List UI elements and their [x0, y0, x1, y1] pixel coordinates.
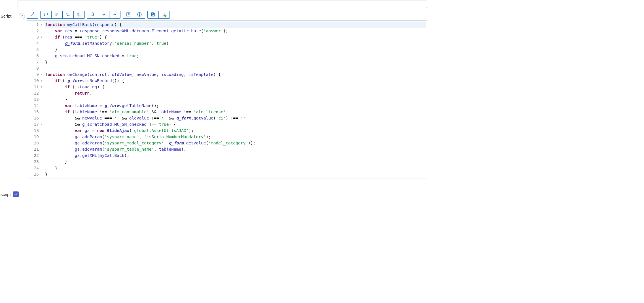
scroll-up-button[interactable] — [109, 11, 120, 19]
code-line: ga.addParam('sysparm_table_name', tableN… — [45, 146, 426, 152]
code-line: if (isLoading) { — [45, 84, 426, 90]
gutter-line: 7 — [30, 59, 42, 65]
code-line: } — [45, 171, 426, 177]
top-input-field[interactable] — [18, 1, 427, 8]
save-icon — [151, 12, 156, 18]
gutter-line: 24 — [30, 165, 42, 171]
toolbar-wrap: abac abac — [25, 10, 429, 178]
code-line: } — [45, 59, 426, 65]
gutter-line: 11▼ — [30, 84, 42, 90]
svg-text:ac: ac — [68, 15, 70, 16]
gutter-line: 18 — [30, 127, 42, 134]
gutter-line: 19 — [30, 134, 42, 140]
wand-icon — [30, 12, 35, 18]
code-editor[interactable]: 1▼2 3▼4 5 6 7 8 9▼10▼11▼12 13 14 15 16 1… — [27, 20, 427, 178]
footer-script-checkbox[interactable] — [13, 191, 19, 197]
toolbar-group-2 — [87, 11, 120, 19]
replace-all-button[interactable]: abac — [73, 11, 85, 19]
code-line: ga.getXML(myCallBack); — [45, 152, 426, 159]
gutter-line: 10▼ — [30, 78, 42, 84]
chevron-down-icon — [101, 12, 106, 18]
replace-button[interactable]: abac — [62, 11, 74, 19]
code-line: function onChange(control, oldValue, new… — [45, 71, 426, 78]
code-line: ga.addParam('sysparm_model_category', g_… — [45, 140, 426, 146]
gutter-line: 25 — [30, 171, 42, 177]
scroll-down-button[interactable] — [98, 11, 109, 19]
script-field-section: Script ? — [0, 1, 429, 197]
code-area[interactable]: function myCallBack(response) { var res … — [44, 21, 427, 178]
toolbar-group-3 — [123, 11, 145, 19]
svg-point-4 — [91, 13, 94, 15]
help-icon[interactable]: ? — [19, 13, 25, 19]
save-button[interactable] — [147, 11, 159, 19]
gutter-line: 13 — [30, 96, 42, 103]
search-icon — [90, 12, 95, 18]
script-label: Script — [0, 10, 18, 18]
gutter-line: 9▼ — [30, 71, 42, 78]
code-line: } — [45, 96, 426, 103]
format-code-button[interactable] — [27, 11, 38, 19]
svg-text:ab: ab — [77, 12, 79, 14]
gutter-line: 23 — [30, 159, 42, 165]
popout-icon — [126, 12, 131, 18]
question-icon — [137, 12, 142, 18]
comment-icon — [43, 12, 48, 18]
code-line: var ga = new GlideAjax('global.AssetUtil… — [45, 127, 426, 134]
script-check-icon — [162, 12, 167, 18]
script-row: Script ? — [0, 10, 429, 178]
fullscreen-button[interactable] — [123, 11, 134, 19]
code-line: if (res === 'true') { — [45, 34, 426, 40]
code-line: if (!g_form.isNewRecord()) { — [45, 78, 426, 84]
svg-rect-8 — [152, 13, 154, 14]
toggle-comment-button[interactable] — [40, 11, 52, 19]
toolbar-group-4 — [147, 11, 170, 19]
gutter-line: 5 — [30, 46, 42, 53]
help-button[interactable] — [134, 11, 145, 19]
replace-all-icon: abac — [77, 12, 82, 18]
gutter-line: 20 — [30, 140, 42, 146]
gutter-line: 22 — [30, 152, 42, 159]
code-line: && newValue === '' && oldValue !== '' &&… — [45, 115, 426, 121]
code-line: && g_scratchpad.MC_SN_checked !== true) … — [45, 121, 426, 127]
code-line: g_form.setMandatory('serial_number', tru… — [45, 40, 426, 46]
code-line: } — [45, 165, 426, 171]
svg-text:ab: ab — [66, 12, 68, 14]
gutter-line: 3▼ — [30, 34, 42, 40]
gutter-line: 15 — [30, 109, 42, 115]
code-line: return; — [45, 90, 426, 96]
footer-row: script — [1, 191, 429, 197]
chevron-up-icon — [112, 12, 117, 18]
line-gutter: 1▼2 3▼4 5 6 7 8 9▼10▼11▼12 13 14 15 16 1… — [27, 21, 44, 178]
gutter-line: 21 — [30, 146, 42, 152]
show-description-button[interactable] — [51, 11, 63, 19]
gutter-line: 2 — [30, 28, 42, 34]
search-button[interactable] — [87, 11, 98, 19]
code-line: } — [45, 46, 426, 53]
editor-toolbar: abac abac — [27, 10, 429, 20]
gutter-line: 1▼ — [30, 22, 42, 28]
replace-icon: abac — [65, 12, 71, 18]
footer-script-label: script — [1, 192, 11, 197]
code-line: function myCallBack(response) { — [45, 22, 426, 28]
gutter-line: 4 — [30, 40, 42, 46]
syntax-check-button[interactable] — [158, 11, 170, 19]
code-line: var res = response.responseXML.documentE… — [45, 28, 426, 34]
lines-icon — [54, 12, 60, 18]
gutter-line: 17▼ — [30, 121, 42, 127]
svg-text:ac: ac — [79, 15, 81, 16]
gutter-line: 16 — [30, 115, 42, 121]
gutter-line: 12 — [30, 90, 42, 96]
toolbar-group-1: abac abac — [40, 11, 85, 19]
code-line: if (tableName !== 'alm_consumable' && ta… — [45, 109, 426, 115]
gutter-line: 6 — [30, 53, 42, 59]
svg-rect-9 — [152, 14, 154, 16]
gutter-line: 14 — [30, 103, 42, 109]
code-line: ga.addParam('sysparm_name', 'isSerialNum… — [45, 134, 426, 140]
code-line: } — [45, 159, 426, 165]
code-line: g_scratchpad.MC_SN_checked = true; — [45, 53, 426, 59]
svg-point-7 — [139, 15, 139, 16]
gutter-line: 8 — [30, 65, 42, 71]
code-line: var tableName = g_form.getTableName(); — [45, 103, 426, 109]
code-line — [45, 65, 426, 71]
